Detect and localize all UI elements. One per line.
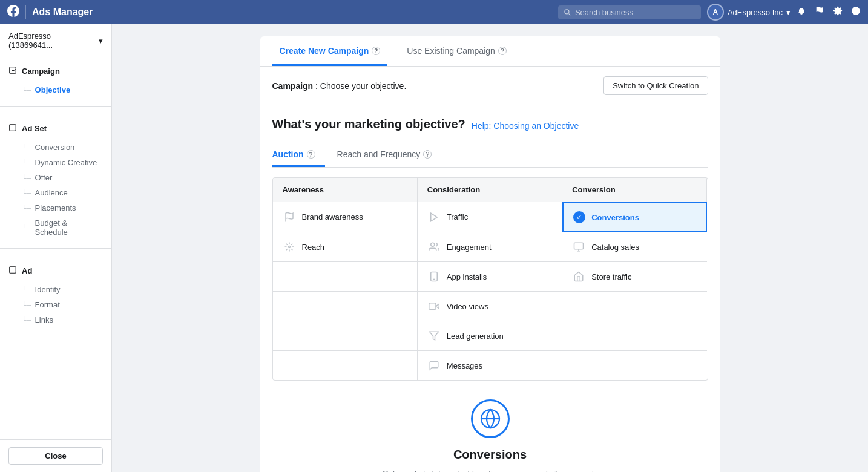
sidebar-item-identity[interactable]: └─ Identity (8, 282, 103, 297)
awareness-empty-1 (273, 262, 418, 292)
nav-divider (25, 5, 26, 19)
search-bar[interactable] (558, 5, 701, 19)
objective-store-traffic[interactable]: Store traffic (562, 262, 707, 292)
svg-rect-4 (10, 267, 16, 274)
account-selector[interactable]: AdEspresso (13869641... ▾ (0, 24, 111, 57)
adset-icon (8, 123, 17, 134)
chevron-down-icon: ▾ (786, 8, 791, 17)
tab-use-existing-campaign[interactable]: Use Existing Campaign ? (399, 36, 514, 66)
sidebar-item-objective[interactable]: └─ Objective (8, 82, 103, 97)
objective-conversions[interactable]: ✓ Conversions (562, 202, 707, 232)
campaign-label: Campaign (272, 81, 314, 91)
sidebar-item-budget-schedule[interactable]: └─ Budget & Schedule (8, 215, 103, 240)
sidebar-ad-label: Ad (22, 266, 32, 275)
tree-line: └─ (22, 87, 31, 94)
app-installs-label: App installs (447, 272, 487, 281)
objective-heading: What's your marketing objective? (272, 117, 465, 131)
objective-engagement[interactable]: Engagement (418, 232, 562, 262)
close-button[interactable]: Close (8, 447, 103, 465)
sidebar-item-offer[interactable]: └─ Offer (8, 170, 103, 185)
notifications-icon[interactable] (797, 6, 806, 18)
sidebar-item-dynamic-creative[interactable]: └─ Dynamic Creative (8, 155, 103, 170)
conversions-check-icon: ✓ (573, 211, 585, 223)
settings-icon[interactable] (833, 6, 843, 18)
account-menu[interactable]: A AdEspresso Inc ▾ (707, 4, 791, 21)
svg-rect-7 (574, 243, 584, 249)
conversion-preview: Conversions Get people to take valuable … (272, 381, 708, 472)
consideration-header: Consideration (418, 178, 562, 202)
reach-frequency-info-icon[interactable]: ? (423, 150, 432, 159)
sidebar-item-format[interactable]: └─ Format (8, 297, 103, 312)
svg-marker-14 (429, 332, 438, 340)
video-views-icon (427, 300, 441, 313)
facebook-icon (7, 5, 19, 20)
reach-label: Reach (302, 243, 325, 252)
tree-line: └─ (22, 159, 31, 166)
sidebar-ad-header: Ad (8, 266, 103, 276)
sidebar-item-conversion[interactable]: └─ Conversion (8, 140, 103, 155)
traffic-icon (427, 211, 441, 224)
objective-catalog-sales[interactable]: Catalog sales (562, 232, 707, 262)
use-existing-info-icon[interactable]: ? (498, 47, 507, 55)
search-input[interactable] (575, 8, 696, 17)
svg-point-5 (288, 246, 290, 248)
objective-help-link[interactable]: Help: Choosing an Objective (472, 121, 579, 131)
sidebar-adset-label: Ad Set (22, 124, 47, 133)
tab-reach-frequency[interactable]: Reach and Frequency ? (337, 143, 442, 167)
objective-traffic[interactable]: Traffic (418, 202, 562, 232)
lead-generation-label: Lead generation (447, 332, 504, 341)
sidebar-item-audience[interactable]: └─ Audience (8, 185, 103, 200)
objective-lead-generation[interactable]: Lead generation (418, 321, 562, 351)
app-installs-icon (427, 270, 441, 283)
catalog-sales-icon (572, 240, 585, 254)
search-icon (563, 8, 571, 16)
svg-rect-13 (429, 303, 436, 310)
awareness-empty-3 (273, 321, 418, 351)
sidebar-campaign-label: Campaign (22, 67, 60, 76)
main-layout: AdEspresso (13869641... ▾ Campaign └─ Ob… (0, 24, 868, 472)
top-navigation: Ads Manager A AdEspresso Inc ▾ (0, 0, 868, 24)
help-icon[interactable] (851, 6, 861, 18)
conversion-preview-title: Conversions (284, 448, 696, 462)
objectives-grid: Awareness Consideration Conversion Brand… (272, 177, 708, 381)
objective-messages[interactable]: Messages (418, 351, 562, 380)
objective-video-views[interactable]: Video views (418, 292, 562, 321)
traffic-label: Traffic (447, 212, 468, 221)
messages-label: Messages (447, 361, 482, 370)
store-traffic-icon (572, 270, 585, 283)
catalog-sales-label: Catalog sales (591, 243, 639, 252)
conversion-empty-3 (562, 351, 707, 380)
close-section: Close (0, 439, 111, 472)
conversions-label: Conversions (591, 213, 639, 222)
campaign-subtext: : Choose your objective. (315, 81, 406, 91)
objective-section: What's your marketing objective? Help: C… (260, 105, 720, 472)
objective-brand-awareness[interactable]: Brand awareness (273, 202, 418, 232)
tab-create-new-campaign[interactable]: Create New Campaign ? (272, 36, 388, 66)
objective-reach[interactable]: Reach (273, 232, 418, 262)
awareness-header: Awareness (273, 178, 418, 202)
conversion-preview-description: Get people to take valuable actions on y… (369, 468, 611, 472)
store-traffic-label: Store traffic (591, 272, 631, 281)
sidebar-adset-section: Ad Set └─ Conversion └─ Dynamic Creative… (0, 115, 111, 240)
svg-point-6 (431, 243, 435, 246)
tree-line: └─ (22, 286, 31, 293)
create-campaign-info-icon[interactable]: ? (372, 47, 380, 55)
conversion-globe-icon (471, 399, 510, 438)
sidebar-campaign-header: Campaign (8, 66, 103, 76)
svg-rect-3 (10, 125, 16, 131)
awareness-empty-4 (273, 351, 418, 380)
main-content: Create New Campaign ? Use Existing Campa… (112, 24, 868, 472)
sidebar-campaign-section: Campaign └─ Objective (0, 57, 111, 97)
sidebar-item-placements[interactable]: └─ Placements (8, 200, 103, 215)
objective-app-installs[interactable]: App installs (418, 262, 562, 292)
brand-awareness-icon (283, 211, 296, 224)
tree-line: └─ (22, 174, 31, 182)
flag-icon[interactable] (815, 6, 824, 18)
switch-quick-creation-button[interactable]: Switch to Quick Creation (603, 76, 708, 95)
campaign-checkbox-icon (8, 66, 17, 76)
tab-auction[interactable]: Auction ? (272, 143, 325, 167)
auction-info-icon[interactable]: ? (307, 150, 315, 159)
sidebar-item-links[interactable]: └─ Links (8, 312, 103, 327)
tree-line: └─ (22, 205, 31, 212)
ad-icon (8, 266, 17, 276)
